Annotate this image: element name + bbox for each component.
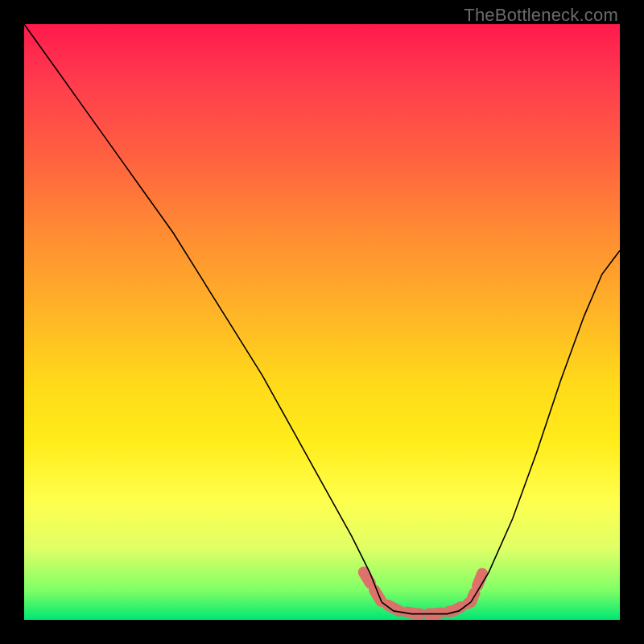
chart-container: TheBottleneck.com <box>0 0 644 644</box>
watermark-text: TheBottleneck.com <box>464 5 618 26</box>
valley-highlight-band <box>364 572 483 614</box>
plot-area <box>24 24 620 620</box>
curve-left-branch <box>24 24 382 602</box>
curve-svg <box>24 24 620 620</box>
curve-right-branch <box>471 250 620 602</box>
